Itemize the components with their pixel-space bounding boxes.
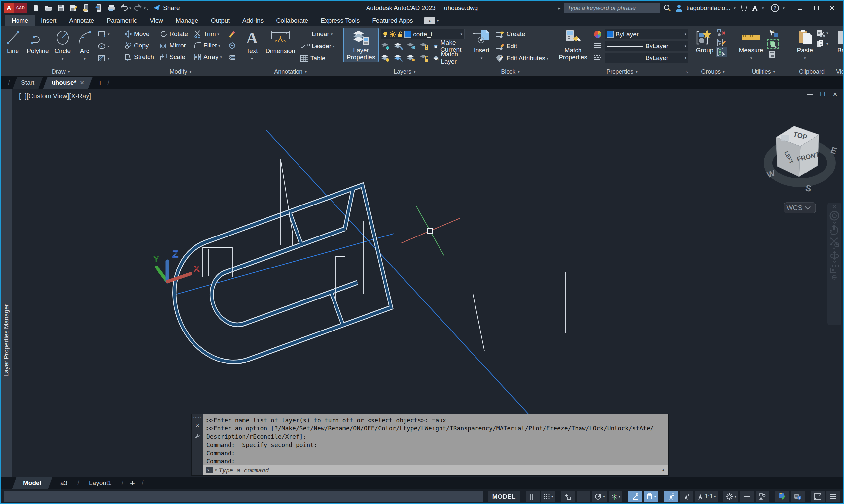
- layer-lock-button[interactable]: [419, 42, 429, 51]
- panel-title-draw[interactable]: Draw▾: [1, 67, 121, 76]
- group-edit-button[interactable]: [716, 38, 727, 46]
- command-close-icon[interactable]: ✕: [195, 422, 200, 430]
- edit-attributes-button[interactable]: Edit Attributes▾: [495, 53, 549, 63]
- quick-calc-clean-button[interactable]: [768, 40, 778, 48]
- panel-title-block[interactable]: Block▾: [468, 67, 552, 76]
- rotate-button[interactable]: Rotate: [159, 29, 189, 39]
- minimize-button[interactable]: [792, 2, 808, 14]
- lineweight-combo[interactable]: ByLayer ▾: [605, 41, 688, 51]
- new-drawing-tab-button[interactable]: +: [93, 76, 107, 89]
- paste-caret[interactable]: ▾: [804, 55, 806, 62]
- panel-title-properties[interactable]: Properties▾↘: [552, 67, 691, 76]
- workspace-switching-control[interactable]: ▾: [723, 491, 738, 502]
- app-store-cart-icon[interactable]: [739, 4, 747, 12]
- viewport-minimize-icon[interactable]: —: [806, 91, 814, 98]
- workspace-caret[interactable]: ▾: [734, 494, 736, 499]
- array-button[interactable]: Array▾: [193, 52, 223, 62]
- panel-title-layers[interactable]: Layers▾: [341, 67, 468, 76]
- match-properties-button[interactable]: Match Properties: [555, 29, 591, 62]
- calculator-button[interactable]: [768, 50, 778, 59]
- layer-thaw-button[interactable]: [407, 54, 416, 62]
- tab-manage[interactable]: Manage: [169, 15, 205, 26]
- annotation-monitor-toggle[interactable]: [740, 491, 754, 502]
- viewcube[interactable]: W S E TOP FRONT LEFT WCS: [763, 116, 839, 215]
- copy-clip-button[interactable]: ▾: [816, 40, 828, 48]
- copy-button[interactable]: Copy: [124, 40, 155, 51]
- layout-tab-layout1[interactable]: Layout1: [81, 476, 120, 489]
- tab-add-ins[interactable]: Add-ins: [236, 15, 270, 26]
- tab-view[interactable]: View: [143, 15, 169, 26]
- object-color-combo[interactable]: ByLayer ▾: [605, 29, 688, 39]
- fillet-caret[interactable]: ▾: [218, 43, 220, 48]
- linear-dimension-button[interactable]: Linear▾: [299, 29, 335, 39]
- leader-button[interactable]: Leader▾: [299, 41, 335, 51]
- redo-button[interactable]: [133, 3, 144, 13]
- polar-caret[interactable]: ▾: [603, 494, 605, 499]
- measure-caret[interactable]: ▾: [750, 55, 752, 62]
- command-prompt-icon[interactable]: >_: [206, 467, 213, 473]
- insert-block-button[interactable]: Insert ▾: [471, 29, 492, 63]
- object-snap-tracking-toggle[interactable]: [628, 491, 642, 502]
- panel-title-view[interactable]: View▾↘: [831, 67, 844, 76]
- clean-screen-button[interactable]: [811, 491, 825, 502]
- layer-properties-button[interactable]: Layer Properties: [344, 29, 378, 62]
- autodesk-apps-caret[interactable]: ▾: [762, 6, 764, 10]
- color-combo-caret[interactable]: ▾: [685, 32, 687, 36]
- ellipse-tool-button[interactable]: ▾: [97, 41, 110, 51]
- security-options-button[interactable]: i: [791, 491, 805, 502]
- qat-customize-caret[interactable]: ⌄: [145, 6, 149, 11]
- annotation-visibility-toggle[interactable]: [664, 491, 678, 502]
- tab-home[interactable]: Home: [5, 15, 35, 26]
- layer-off-button[interactable]: [381, 42, 391, 51]
- base-button[interactable]: Base ▾: [834, 29, 844, 63]
- object-snap-toggle[interactable]: ▾: [644, 491, 658, 502]
- trim-caret[interactable]: ▾: [217, 32, 219, 36]
- arc-button[interactable]: Arc ▾: [75, 29, 94, 63]
- file-tab-uhouse[interactable]: uhouse* ✕: [43, 76, 93, 89]
- make-current-button[interactable]: Make Current: [432, 41, 465, 51]
- app-menu-button[interactable]: A CAD: [4, 3, 27, 13]
- tab-express-tools[interactable]: Express Tools: [314, 15, 366, 26]
- panel-title-utilities[interactable]: Utilities▾: [734, 67, 792, 76]
- group-selection-toggle[interactable]: [716, 48, 727, 57]
- cut-button[interactable]: ▾: [816, 29, 828, 37]
- plot-button[interactable]: [106, 3, 117, 13]
- layout-tab-model[interactable]: Model: [12, 476, 52, 489]
- close-button[interactable]: [824, 2, 840, 14]
- quick-select-button[interactable]: [768, 29, 778, 38]
- arc-dropdown-caret[interactable]: ▾: [84, 55, 86, 62]
- edit-block-button[interactable]: Edit: [495, 41, 549, 51]
- move-button[interactable]: Move: [124, 29, 155, 39]
- file-tab-close-icon[interactable]: ✕: [80, 79, 84, 86]
- isolate-objects-button[interactable]: [756, 491, 769, 502]
- line-button[interactable]: Line: [3, 29, 22, 55]
- help-icon[interactable]: ?: [771, 4, 779, 12]
- snap-caret[interactable]: ▾: [551, 494, 553, 499]
- measure-button[interactable]: Measure ▾: [737, 29, 765, 63]
- tab-parametric[interactable]: Parametric: [100, 15, 143, 26]
- undo-button[interactable]: [118, 3, 130, 13]
- navigation-bar[interactable]: [827, 202, 841, 325]
- text-caret[interactable]: ▾: [251, 55, 253, 62]
- properties-panel-launcher[interactable]: ↘: [685, 69, 689, 74]
- mirror-button[interactable]: Mirror: [159, 40, 189, 51]
- explode-button[interactable]: [227, 40, 237, 51]
- array-caret[interactable]: ▾: [220, 55, 222, 59]
- file-tab-start[interactable]: Start: [13, 76, 43, 89]
- viewport-controls-label[interactable]: [−][Custom View][X-Ray]: [19, 92, 91, 100]
- user-avatar-icon[interactable]: [675, 4, 683, 12]
- erase-button[interactable]: [227, 29, 237, 39]
- linear-caret[interactable]: ▾: [331, 32, 333, 36]
- maximize-button[interactable]: [808, 2, 824, 14]
- command-history[interactable]: >>Enter name list of layer(s) to turn of…: [203, 414, 668, 465]
- command-customize-wrench-icon[interactable]: [194, 433, 201, 439]
- model-space-toggle[interactable]: MODEL: [488, 491, 520, 502]
- panel-title-annotation[interactable]: Annotation▾: [240, 67, 341, 76]
- ribbon-display-caret[interactable]: ▾: [437, 19, 439, 23]
- tab-annotate[interactable]: Annotate: [63, 15, 100, 26]
- autoscale-toggle[interactable]: [679, 491, 693, 502]
- polyline-button[interactable]: Polyline: [25, 29, 51, 55]
- linetype-combo[interactable]: ByLayer ▾: [605, 53, 688, 63]
- match-layer-button[interactable]: Match Layer: [432, 53, 465, 63]
- command-expand-icon[interactable]: ▲: [661, 468, 665, 472]
